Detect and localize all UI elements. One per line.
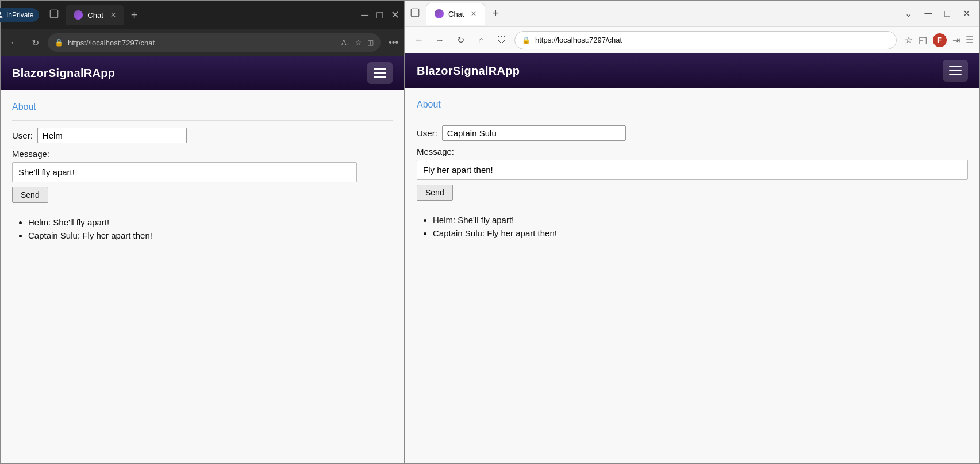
left-address-bar: ← ↻ 🔒 https://localhost:7297/chat A↓ ☆ ◫… [1, 29, 404, 56]
left-splitview-icon[interactable]: ◫ [367, 39, 374, 47]
right-back-btn[interactable]: ← [411, 35, 427, 45]
right-tab-title: Chat [448, 10, 464, 18]
right-reload-btn[interactable]: ↻ [452, 34, 468, 45]
right-close-icon[interactable]: ✕ [958, 7, 975, 20]
right-tab-bar: Chat ✕ + ⌄ ─ □ ✕ [405, 1, 979, 27]
left-tab-bar: InPrivate Chat ✕ + ─ □ ✕ [1, 1, 404, 29]
list-item: Captain Sulu: Fly her apart then! [433, 228, 968, 238]
left-brand: BlazorSignalRApp [12, 67, 115, 80]
right-user-label: User: [417, 128, 437, 138]
left-url-actions: A↓ ☆ ◫ [341, 39, 374, 47]
right-tab-chat[interactable]: Chat ✕ [426, 3, 485, 25]
left-user-label: User: [12, 131, 33, 140]
right-send-button[interactable]: Send [417, 185, 453, 201]
left-about-link[interactable]: About [12, 102, 393, 112]
right-app-navbar: BlazorSignalRApp [405, 53, 979, 88]
right-brand: BlazorSignalRApp [417, 64, 520, 78]
right-messages-list: Helm: She'll fly apart! Captain Sulu: Fl… [417, 215, 968, 238]
left-tab-title: Chat [87, 11, 103, 20]
left-hamburger-line-1 [374, 68, 386, 70]
right-window-controls: ⌄ ─ □ ✕ [900, 6, 975, 21]
close-window-icon[interactable]: ✕ [391, 9, 399, 21]
left-tab-chat[interactable]: Chat ✕ [66, 5, 124, 25]
left-new-tab-button[interactable]: + [128, 9, 141, 22]
maximize-icon[interactable]: □ [376, 9, 383, 21]
left-reader-icon[interactable]: A↓ [341, 39, 349, 47]
right-forward-btn[interactable]: → [432, 35, 448, 45]
right-hamburger-line-3 [949, 74, 962, 75]
left-separator-top [12, 120, 393, 121]
left-tab-close[interactable]: ✕ [110, 11, 116, 19]
left-hamburger-line-2 [374, 72, 386, 74]
left-user-input[interactable] [37, 128, 187, 143]
right-message-input[interactable] [417, 160, 968, 180]
right-url-text: https://localhost:7297/chat [535, 36, 889, 44]
right-separator-top [417, 118, 968, 118]
right-about-link[interactable]: About [417, 99, 968, 110]
right-user-row: User: [417, 125, 968, 141]
inprivate-icon [0, 10, 4, 20]
right-hamburger-line-2 [949, 70, 962, 71]
right-minimize-icon[interactable]: ─ [920, 6, 937, 21]
right-favorite-icon[interactable]: ☆ [905, 34, 913, 45]
list-item: Helm: She'll fly apart! [28, 217, 393, 227]
right-tab-close[interactable]: ✕ [471, 10, 476, 18]
right-hamburger-button[interactable] [943, 60, 968, 82]
inprivate-button[interactable]: InPrivate [0, 8, 39, 22]
list-item: Captain Sulu: Fly her apart then! [28, 231, 393, 240]
left-window-controls: ─ □ ✕ [361, 9, 399, 21]
right-shield-icon: 🛡 [494, 35, 510, 45]
right-separator-bottom [417, 208, 968, 208]
right-pocket-icon[interactable]: ◱ [918, 34, 927, 45]
right-lock-icon: 🔒 [522, 36, 531, 44]
right-toolbar-right: ☆ ◱ F ⇥ ☰ [905, 33, 974, 47]
left-new-tab-icon [46, 9, 62, 21]
left-favorite-icon[interactable]: ☆ [355, 39, 362, 47]
left-tab-favicon [74, 10, 83, 20]
right-browser-window: Chat ✕ + ⌄ ─ □ ✕ ← → ↻ ⌂ 🛡 🔒 https://loc… [405, 0, 980, 464]
svg-rect-1 [51, 10, 59, 18]
right-more-icon[interactable]: ☰ [966, 34, 974, 45]
right-url-box[interactable]: 🔒 https://localhost:7297/chat [514, 31, 897, 49]
right-dropdown-arrow[interactable]: ⌄ [900, 7, 917, 20]
right-extensions-icon[interactable]: ⇥ [952, 34, 960, 45]
left-back-btn[interactable]: ← [6, 37, 22, 48]
svg-point-0 [0, 12, 1, 15]
right-user-avatar-icon[interactable]: F [933, 33, 947, 47]
right-hamburger-line-1 [949, 66, 962, 67]
left-more-icon[interactable]: ••• [389, 37, 398, 48]
left-messages-list: Helm: She'll fly apart! Captain Sulu: Fl… [12, 217, 393, 240]
left-hamburger-line-3 [374, 76, 386, 78]
left-url-text: https://localhost:7297/chat [68, 39, 337, 47]
right-tab-shape-icon [410, 7, 420, 20]
left-hamburger-button[interactable] [367, 62, 393, 84]
right-restore-icon[interactable]: □ [940, 7, 955, 20]
right-home-btn[interactable]: ⌂ [473, 35, 489, 45]
right-message-label: Message: [417, 147, 968, 156]
left-url-box[interactable]: 🔒 https://localhost:7297/chat A↓ ☆ ◫ [48, 33, 381, 52]
left-message-input[interactable] [12, 162, 357, 182]
minimize-icon[interactable]: ─ [361, 9, 368, 21]
right-user-input[interactable] [442, 125, 626, 141]
left-app-content: About User: Message: Send Helm: She'll f… [1, 90, 404, 463]
right-new-tab-button[interactable]: + [489, 7, 502, 20]
left-browser-window: InPrivate Chat ✕ + ─ □ ✕ ← ↻ 🔒 https://l… [0, 0, 405, 464]
left-message-label: Message: [12, 149, 393, 159]
left-reload-btn[interactable]: ↻ [27, 37, 43, 48]
left-separator-bottom [12, 210, 393, 210]
inprivate-label-text: InPrivate [6, 11, 33, 19]
right-app-content: About User: Message: Send Helm: She'll f… [405, 88, 979, 463]
svg-rect-2 [411, 9, 419, 17]
left-lock-icon: 🔒 [55, 39, 63, 47]
right-tab-favicon [435, 9, 444, 18]
left-app-navbar: BlazorSignalRApp [1, 56, 404, 90]
left-toolbar-right: ••• [389, 37, 398, 48]
right-address-bar: ← → ↻ ⌂ 🛡 🔒 https://localhost:7297/chat … [405, 27, 979, 53]
left-send-button[interactable]: Send [12, 187, 48, 203]
list-item: Helm: She'll fly apart! [433, 215, 968, 225]
left-user-row: User: [12, 128, 393, 143]
